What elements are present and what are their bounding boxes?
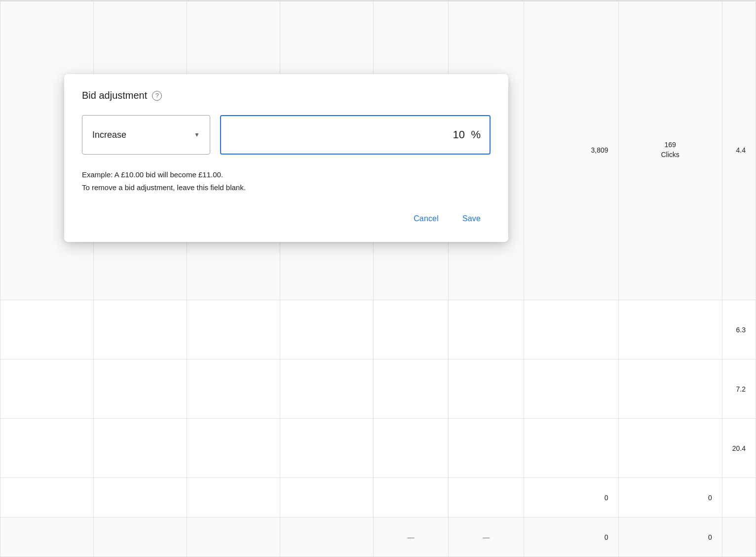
cell-6-3: 6.3 [722, 300, 756, 359]
table-row: 0 0 [0, 478, 756, 517]
bid-type-dropdown[interactable]: Increase ▼ [82, 115, 210, 155]
dropdown-label: Increase [92, 130, 126, 140]
percent-input-wrapper: % [220, 115, 491, 155]
cell-dash-3: — [373, 517, 449, 557]
modal-actions: Cancel Save [82, 209, 491, 228]
cell-dash-4: — [449, 517, 524, 557]
modal-header: Bid adjustment ? [82, 90, 491, 101]
table-row: 6.3 [0, 300, 756, 359]
percent-input[interactable] [220, 115, 491, 155]
example-line-1: Example: A £10.00 bid will become £11.00… [82, 168, 491, 181]
cell-zero-1: 0 [524, 478, 618, 517]
cell-3809: 3,809 [524, 0, 618, 300]
cell-zero-3: 0 [524, 517, 618, 557]
help-icon[interactable]: ? [152, 91, 162, 101]
save-button[interactable]: Save [453, 209, 491, 228]
example-line-2: To remove a bid adjustment, leave this f… [82, 181, 491, 194]
top-border [0, 0, 756, 1]
cell-4-4: 4.4 [722, 0, 756, 300]
bid-adjustment-modal: Bid adjustment ? Increase ▼ % Example: A… [64, 74, 508, 242]
chevron-down-icon: ▼ [194, 131, 200, 138]
table-row: — — 0 0 [0, 517, 756, 557]
cell-7-2: 7.2 [722, 359, 756, 419]
example-text: Example: A £10.00 bid will become £11.00… [82, 168, 491, 194]
table-row: 20.4 [0, 419, 756, 478]
cell-20-4: 20.4 [722, 419, 756, 478]
cell-zero-4: 0 [618, 517, 722, 557]
controls-row: Increase ▼ % [82, 115, 491, 155]
cell-clicks: 169 Clicks [618, 0, 722, 300]
table-row: 7.2 [0, 359, 756, 419]
cell-zero-2: 0 [618, 478, 722, 517]
modal-title: Bid adjustment [82, 90, 147, 101]
cancel-button[interactable]: Cancel [404, 209, 449, 228]
